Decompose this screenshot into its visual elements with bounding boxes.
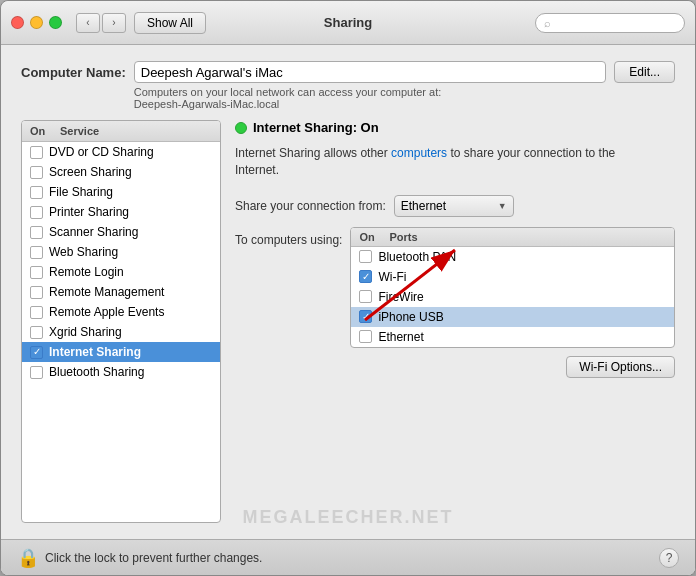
service-checkbox-remote-mgmt[interactable] — [30, 286, 43, 299]
bottom-text: Click the lock to prevent further change… — [45, 551, 651, 565]
service-checkbox-screen[interactable] — [30, 166, 43, 179]
service-checkbox-file[interactable] — [30, 186, 43, 199]
status-dot — [235, 122, 247, 134]
minimize-button[interactable] — [30, 16, 43, 29]
window: ‹ › Show All Sharing ⌕ Computer Name: Co… — [0, 0, 696, 576]
service-label-internet: Internet Sharing — [49, 345, 141, 359]
ports-header: On Ports — [351, 228, 674, 247]
service-item-screen[interactable]: Screen Sharing — [22, 162, 220, 182]
port-checkbox-ethernet[interactable] — [359, 330, 372, 343]
connection-from-row: Share your connection from: Ethernet ▼ — [235, 195, 675, 217]
computer-name-sub: Computers on your local network can acce… — [134, 86, 607, 110]
service-label-remote-mgmt: Remote Management — [49, 285, 164, 299]
port-row-iphone-usb[interactable]: iPhone USB — [351, 307, 674, 327]
show-all-button[interactable]: Show All — [134, 12, 206, 34]
service-checkbox-dvd[interactable] — [30, 146, 43, 159]
sharing-status-text: Internet Sharing: On — [253, 120, 379, 135]
service-item-remote-login[interactable]: Remote Login — [22, 262, 220, 282]
services-panel: On Service DVD or CD SharingScreen Shari… — [21, 120, 221, 523]
computer-name-label: Computer Name: — [21, 61, 126, 80]
connection-from-select[interactable]: Ethernet ▼ — [394, 195, 514, 217]
port-label-bluetooth-pan: Bluetooth PAN — [378, 250, 456, 264]
service-item-file[interactable]: File Sharing — [22, 182, 220, 202]
to-computers-row: To computers using: On Ports Bluetooth P… — [235, 227, 675, 378]
ports-table: On Ports Bluetooth PANWi-FiFireWireiPhon… — [350, 227, 675, 348]
services-header-on: On — [30, 125, 60, 137]
service-checkbox-xgrid[interactable] — [30, 326, 43, 339]
services-list: DVD or CD SharingScreen SharingFile Shar… — [22, 142, 220, 522]
sharing-description: Internet Sharing allows other computers … — [235, 145, 655, 179]
forward-button[interactable]: › — [102, 13, 126, 33]
service-item-printer[interactable]: Printer Sharing — [22, 202, 220, 222]
help-button[interactable]: ? — [659, 548, 679, 568]
service-item-web[interactable]: Web Sharing — [22, 242, 220, 262]
service-item-dvd[interactable]: DVD or CD Sharing — [22, 142, 220, 162]
connection-from-label: Share your connection from: — [235, 199, 386, 213]
close-button[interactable] — [11, 16, 24, 29]
service-label-bluetooth: Bluetooth Sharing — [49, 365, 144, 379]
service-item-remote-mgmt[interactable]: Remote Management — [22, 282, 220, 302]
computer-name-input[interactable] — [134, 61, 607, 83]
service-item-xgrid[interactable]: Xgrid Sharing — [22, 322, 220, 342]
port-row-bluetooth-pan[interactable]: Bluetooth PAN — [351, 247, 674, 267]
titlebar: ‹ › Show All Sharing ⌕ — [1, 1, 695, 45]
ports-header-on-label: On — [359, 231, 389, 243]
port-label-ethernet: Ethernet — [378, 330, 423, 344]
bottom-bar: 🔒 Click the lock to prevent further chan… — [1, 539, 695, 575]
service-item-bluetooth[interactable]: Bluetooth Sharing — [22, 362, 220, 382]
service-checkbox-web[interactable] — [30, 246, 43, 259]
port-row-ethernet[interactable]: Ethernet — [351, 327, 674, 347]
search-icon: ⌕ — [544, 17, 551, 29]
port-checkbox-iphone-usb[interactable] — [359, 310, 372, 323]
service-checkbox-remote-login[interactable] — [30, 266, 43, 279]
lock-icon[interactable]: 🔒 — [17, 547, 37, 569]
services-header-service: Service — [60, 125, 99, 137]
service-label-screen: Screen Sharing — [49, 165, 132, 179]
port-checkbox-bluetooth-pan[interactable] — [359, 250, 372, 263]
dropdown-arrow-icon: ▼ — [498, 201, 507, 211]
service-label-web: Web Sharing — [49, 245, 118, 259]
port-checkbox-wifi[interactable] — [359, 270, 372, 283]
service-item-remote-apple[interactable]: Remote Apple Events — [22, 302, 220, 322]
main-panel: On Service DVD or CD SharingScreen Shari… — [21, 120, 675, 523]
traffic-lights — [11, 16, 62, 29]
service-checkbox-remote-apple[interactable] — [30, 306, 43, 319]
panel-wrapper: Internet Sharing: On Internet Sharing al… — [235, 120, 675, 523]
service-checkbox-internet[interactable] — [30, 346, 43, 359]
services-header: On Service — [22, 121, 220, 142]
service-label-file: File Sharing — [49, 185, 113, 199]
ports-header-ports-label: Ports — [389, 231, 417, 243]
port-label-firewire: FireWire — [378, 290, 423, 304]
ports-list: Bluetooth PANWi-FiFireWireiPhone USBEthe… — [351, 247, 674, 347]
window-title: Sharing — [324, 15, 372, 30]
service-checkbox-bluetooth[interactable] — [30, 366, 43, 379]
port-label-wifi: Wi-Fi — [378, 270, 406, 284]
sharing-status: Internet Sharing: On — [235, 120, 675, 135]
service-label-remote-login: Remote Login — [49, 265, 124, 279]
to-computers-label: To computers using: — [235, 227, 342, 247]
maximize-button[interactable] — [49, 16, 62, 29]
service-item-internet[interactable]: Internet Sharing — [22, 342, 220, 362]
nav-buttons: ‹ › — [76, 13, 126, 33]
port-checkbox-firewire[interactable] — [359, 290, 372, 303]
service-label-printer: Printer Sharing — [49, 205, 129, 219]
search-bar[interactable]: ⌕ — [535, 13, 685, 33]
port-label-iphone-usb: iPhone USB — [378, 310, 443, 324]
content-area: Computer Name: Computers on your local n… — [1, 45, 695, 539]
port-row-firewire[interactable]: FireWire — [351, 287, 674, 307]
port-row-wifi[interactable]: Wi-Fi — [351, 267, 674, 287]
edit-button[interactable]: Edit... — [614, 61, 675, 83]
service-item-scanner[interactable]: Scanner Sharing — [22, 222, 220, 242]
service-label-xgrid: Xgrid Sharing — [49, 325, 122, 339]
computer-name-row: Computer Name: Computers on your local n… — [21, 61, 675, 110]
wifi-options-button[interactable]: Wi-Fi Options... — [566, 356, 675, 378]
service-label-remote-apple: Remote Apple Events — [49, 305, 164, 319]
service-checkbox-printer[interactable] — [30, 206, 43, 219]
service-label-dvd: DVD or CD Sharing — [49, 145, 154, 159]
computer-name-block: Computers on your local network can acce… — [134, 61, 607, 110]
service-checkbox-scanner[interactable] — [30, 226, 43, 239]
service-label-scanner: Scanner Sharing — [49, 225, 138, 239]
back-button[interactable]: ‹ — [76, 13, 100, 33]
